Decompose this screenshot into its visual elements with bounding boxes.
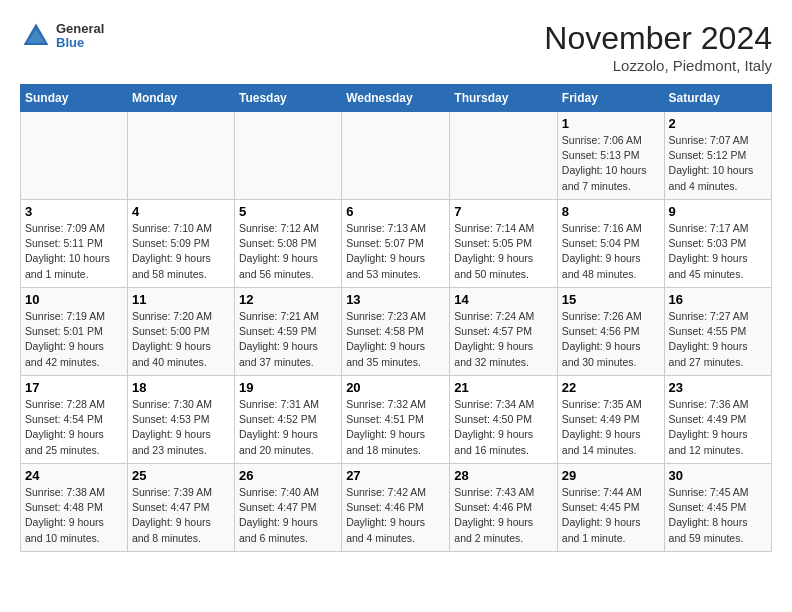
calendar-cell [21, 112, 128, 200]
title-section: November 2024 Lozzolo, Piedmont, Italy [544, 20, 772, 74]
weekday-header-friday: Friday [557, 85, 664, 112]
calendar-week-0: 1Sunrise: 7:06 AM Sunset: 5:13 PM Daylig… [21, 112, 772, 200]
day-info: Sunrise: 7:06 AM Sunset: 5:13 PM Dayligh… [562, 133, 660, 194]
day-number: 26 [239, 468, 337, 483]
weekday-header-saturday: Saturday [664, 85, 771, 112]
page-header: General Blue November 2024 Lozzolo, Pied… [20, 20, 772, 74]
calendar-week-1: 3Sunrise: 7:09 AM Sunset: 5:11 PM Daylig… [21, 200, 772, 288]
calendar-cell [450, 112, 558, 200]
location: Lozzolo, Piedmont, Italy [544, 57, 772, 74]
day-info: Sunrise: 7:30 AM Sunset: 4:53 PM Dayligh… [132, 397, 230, 458]
calendar-cell [234, 112, 341, 200]
day-info: Sunrise: 7:31 AM Sunset: 4:52 PM Dayligh… [239, 397, 337, 458]
day-number: 5 [239, 204, 337, 219]
day-info: Sunrise: 7:39 AM Sunset: 4:47 PM Dayligh… [132, 485, 230, 546]
day-info: Sunrise: 7:13 AM Sunset: 5:07 PM Dayligh… [346, 221, 445, 282]
day-info: Sunrise: 7:36 AM Sunset: 4:49 PM Dayligh… [669, 397, 767, 458]
day-info: Sunrise: 7:10 AM Sunset: 5:09 PM Dayligh… [132, 221, 230, 282]
calendar-cell: 3Sunrise: 7:09 AM Sunset: 5:11 PM Daylig… [21, 200, 128, 288]
calendar-cell: 19Sunrise: 7:31 AM Sunset: 4:52 PM Dayli… [234, 376, 341, 464]
calendar-cell: 12Sunrise: 7:21 AM Sunset: 4:59 PM Dayli… [234, 288, 341, 376]
day-number: 25 [132, 468, 230, 483]
calendar-cell: 20Sunrise: 7:32 AM Sunset: 4:51 PM Dayli… [342, 376, 450, 464]
day-number: 24 [25, 468, 123, 483]
calendar-cell: 21Sunrise: 7:34 AM Sunset: 4:50 PM Dayli… [450, 376, 558, 464]
calendar-week-4: 24Sunrise: 7:38 AM Sunset: 4:48 PM Dayli… [21, 464, 772, 552]
day-number: 15 [562, 292, 660, 307]
day-number: 12 [239, 292, 337, 307]
day-info: Sunrise: 7:28 AM Sunset: 4:54 PM Dayligh… [25, 397, 123, 458]
day-number: 21 [454, 380, 553, 395]
calendar-cell: 13Sunrise: 7:23 AM Sunset: 4:58 PM Dayli… [342, 288, 450, 376]
day-info: Sunrise: 7:42 AM Sunset: 4:46 PM Dayligh… [346, 485, 445, 546]
calendar-cell: 30Sunrise: 7:45 AM Sunset: 4:45 PM Dayli… [664, 464, 771, 552]
day-number: 28 [454, 468, 553, 483]
day-info: Sunrise: 7:19 AM Sunset: 5:01 PM Dayligh… [25, 309, 123, 370]
day-info: Sunrise: 7:34 AM Sunset: 4:50 PM Dayligh… [454, 397, 553, 458]
calendar-cell: 26Sunrise: 7:40 AM Sunset: 4:47 PM Dayli… [234, 464, 341, 552]
month-title: November 2024 [544, 20, 772, 57]
calendar-cell [342, 112, 450, 200]
calendar-cell: 11Sunrise: 7:20 AM Sunset: 5:00 PM Dayli… [127, 288, 234, 376]
day-number: 13 [346, 292, 445, 307]
day-info: Sunrise: 7:32 AM Sunset: 4:51 PM Dayligh… [346, 397, 445, 458]
day-info: Sunrise: 7:07 AM Sunset: 5:12 PM Dayligh… [669, 133, 767, 194]
day-info: Sunrise: 7:26 AM Sunset: 4:56 PM Dayligh… [562, 309, 660, 370]
calendar-table: SundayMondayTuesdayWednesdayThursdayFrid… [20, 84, 772, 552]
calendar-cell: 15Sunrise: 7:26 AM Sunset: 4:56 PM Dayli… [557, 288, 664, 376]
calendar-cell: 7Sunrise: 7:14 AM Sunset: 5:05 PM Daylig… [450, 200, 558, 288]
calendar-week-2: 10Sunrise: 7:19 AM Sunset: 5:01 PM Dayli… [21, 288, 772, 376]
weekday-header-wednesday: Wednesday [342, 85, 450, 112]
day-info: Sunrise: 7:17 AM Sunset: 5:03 PM Dayligh… [669, 221, 767, 282]
calendar-cell: 4Sunrise: 7:10 AM Sunset: 5:09 PM Daylig… [127, 200, 234, 288]
day-number: 6 [346, 204, 445, 219]
calendar-body: 1Sunrise: 7:06 AM Sunset: 5:13 PM Daylig… [21, 112, 772, 552]
calendar-cell: 14Sunrise: 7:24 AM Sunset: 4:57 PM Dayli… [450, 288, 558, 376]
day-info: Sunrise: 7:40 AM Sunset: 4:47 PM Dayligh… [239, 485, 337, 546]
day-number: 8 [562, 204, 660, 219]
logo-text: General Blue [56, 22, 104, 51]
day-number: 2 [669, 116, 767, 131]
day-number: 10 [25, 292, 123, 307]
calendar-cell: 28Sunrise: 7:43 AM Sunset: 4:46 PM Dayli… [450, 464, 558, 552]
logo-icon [20, 20, 52, 52]
day-number: 4 [132, 204, 230, 219]
day-number: 19 [239, 380, 337, 395]
calendar-cell: 29Sunrise: 7:44 AM Sunset: 4:45 PM Dayli… [557, 464, 664, 552]
weekday-header-monday: Monday [127, 85, 234, 112]
logo-blue: Blue [56, 36, 104, 50]
calendar-cell: 23Sunrise: 7:36 AM Sunset: 4:49 PM Dayli… [664, 376, 771, 464]
day-number: 23 [669, 380, 767, 395]
calendar-cell: 22Sunrise: 7:35 AM Sunset: 4:49 PM Dayli… [557, 376, 664, 464]
calendar-cell: 17Sunrise: 7:28 AM Sunset: 4:54 PM Dayli… [21, 376, 128, 464]
logo-general: General [56, 22, 104, 36]
day-number: 17 [25, 380, 123, 395]
day-info: Sunrise: 7:21 AM Sunset: 4:59 PM Dayligh… [239, 309, 337, 370]
calendar-cell: 25Sunrise: 7:39 AM Sunset: 4:47 PM Dayli… [127, 464, 234, 552]
day-info: Sunrise: 7:35 AM Sunset: 4:49 PM Dayligh… [562, 397, 660, 458]
calendar-cell: 10Sunrise: 7:19 AM Sunset: 5:01 PM Dayli… [21, 288, 128, 376]
day-info: Sunrise: 7:43 AM Sunset: 4:46 PM Dayligh… [454, 485, 553, 546]
day-info: Sunrise: 7:27 AM Sunset: 4:55 PM Dayligh… [669, 309, 767, 370]
calendar-cell: 16Sunrise: 7:27 AM Sunset: 4:55 PM Dayli… [664, 288, 771, 376]
day-number: 30 [669, 468, 767, 483]
day-info: Sunrise: 7:44 AM Sunset: 4:45 PM Dayligh… [562, 485, 660, 546]
day-number: 9 [669, 204, 767, 219]
day-number: 11 [132, 292, 230, 307]
day-info: Sunrise: 7:24 AM Sunset: 4:57 PM Dayligh… [454, 309, 553, 370]
day-number: 20 [346, 380, 445, 395]
weekday-header-thursday: Thursday [450, 85, 558, 112]
day-number: 18 [132, 380, 230, 395]
weekday-header-row: SundayMondayTuesdayWednesdayThursdayFrid… [21, 85, 772, 112]
day-info: Sunrise: 7:38 AM Sunset: 4:48 PM Dayligh… [25, 485, 123, 546]
calendar-cell: 9Sunrise: 7:17 AM Sunset: 5:03 PM Daylig… [664, 200, 771, 288]
day-number: 29 [562, 468, 660, 483]
day-number: 27 [346, 468, 445, 483]
calendar-cell [127, 112, 234, 200]
day-info: Sunrise: 7:45 AM Sunset: 4:45 PM Dayligh… [669, 485, 767, 546]
calendar-cell: 1Sunrise: 7:06 AM Sunset: 5:13 PM Daylig… [557, 112, 664, 200]
calendar-cell: 24Sunrise: 7:38 AM Sunset: 4:48 PM Dayli… [21, 464, 128, 552]
calendar-cell: 18Sunrise: 7:30 AM Sunset: 4:53 PM Dayli… [127, 376, 234, 464]
calendar-cell: 8Sunrise: 7:16 AM Sunset: 5:04 PM Daylig… [557, 200, 664, 288]
day-number: 7 [454, 204, 553, 219]
